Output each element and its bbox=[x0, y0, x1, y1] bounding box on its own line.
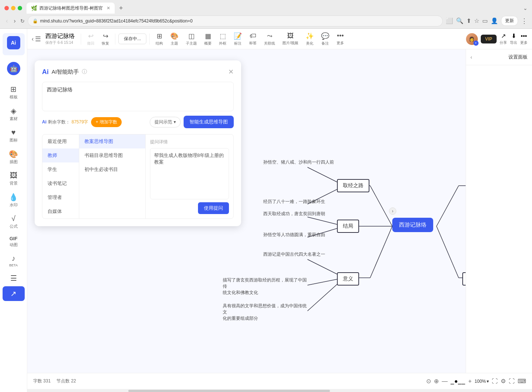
back-button[interactable]: ‹ bbox=[4, 16, 9, 26]
maximize-window-button[interactable] bbox=[18, 6, 22, 10]
ai-category-teacher[interactable]: 教师 bbox=[42, 148, 79, 162]
profile-icon[interactable]: 👤 bbox=[491, 17, 498, 24]
ai-use-prompt-button[interactable]: 使用提问 bbox=[198, 202, 229, 214]
node-qujing-success[interactable]: 西天取经成功，唐玄奘回到唐朝 bbox=[263, 211, 325, 217]
menu-button[interactable]: ☰ bbox=[35, 35, 41, 43]
sidebar-item-ai[interactable]: Ai bbox=[3, 33, 25, 55]
avatar-add-icon[interactable]: + bbox=[473, 41, 479, 46]
comment-button[interactable]: 💬 备注 bbox=[318, 31, 332, 48]
keyboard-button[interactable]: ⌨ bbox=[518, 378, 526, 385]
node-sidashu[interactable]: 西游记是中国古代四大名著之一 bbox=[263, 251, 325, 258]
sidebar-item-material[interactable]: ◈ 素材 bbox=[3, 104, 25, 125]
minimize-window-button[interactable] bbox=[11, 6, 15, 10]
ai-category-recent[interactable]: 最近使用 bbox=[42, 134, 79, 148]
ai-category-student[interactable]: 学生 bbox=[42, 162, 79, 176]
node-yiyi[interactable]: 意义 bbox=[337, 272, 359, 286]
ai-template-lesson[interactable]: 教案思维导图 bbox=[79, 134, 145, 148]
sidebar-item-music[interactable]: ♪ BETA bbox=[3, 251, 25, 270]
ai-input-field[interactable]: 西游记脉络 bbox=[42, 82, 234, 111]
node-wenxue[interactable]: 具有很高的文学和思想价值，成为中国传统文化的重要组成部分 bbox=[223, 303, 307, 322]
share-icon[interactable]: ⬆ bbox=[466, 17, 471, 24]
tag-button[interactable]: 🏷 标签 bbox=[246, 31, 260, 47]
tab-close-button[interactable]: ✕ bbox=[107, 6, 110, 11]
canvas-collapse-button[interactable]: › bbox=[389, 207, 396, 215]
node-miaoxi[interactable]: 描写了唐玄奘西游取经的历程，展现了中国传统文化和佛教文化 bbox=[223, 277, 307, 296]
ai-category-media[interactable]: 自媒体 bbox=[42, 204, 79, 218]
sidebar-item-list[interactable]: ☰ bbox=[3, 271, 25, 286]
refresh-button[interactable]: ↻ bbox=[20, 18, 25, 24]
canvas-area[interactable]: Ai AI智能助手 ⓘ ✕ 西游记脉络 Ai 剩余字数： 87579字 bbox=[27, 49, 466, 373]
user-avatar[interactable]: 👩 + bbox=[466, 33, 478, 45]
ai-template-booklist[interactable]: 初中生必读书目 bbox=[79, 162, 145, 176]
vip-button[interactable]: VIP bbox=[481, 35, 497, 43]
fullscreen-button[interactable]: ⛶ bbox=[509, 378, 515, 385]
tab-expand-icon[interactable]: ⌄ bbox=[523, 5, 528, 11]
ai-detail-content[interactable]: 帮我生成人教版物理8年级上册的教案 bbox=[150, 148, 229, 199]
update-button[interactable]: 更新 bbox=[501, 16, 518, 26]
sidebar-item-background[interactable]: 🖼 背景 bbox=[3, 168, 25, 189]
sidebar-item-template[interactable]: ⊞ 模板 bbox=[3, 82, 25, 103]
main-node[interactable]: 西游记脉络 bbox=[392, 218, 433, 232]
center-button[interactable]: ⊕ bbox=[434, 378, 439, 385]
ai-close-button[interactable]: ✕ bbox=[228, 68, 234, 76]
node-nannan[interactable]: 经历了八十一难，一路险象环生 bbox=[263, 199, 325, 205]
new-tab-button[interactable]: + bbox=[116, 3, 126, 14]
undo-button[interactable]: ↩ 撤回 bbox=[84, 31, 97, 48]
sidebar-item-robot[interactable]: 🤖 bbox=[3, 59, 25, 78]
fit-page-button[interactable]: ⛶ bbox=[492, 378, 498, 385]
node-siwuren[interactable]: 孙悟空、猪八戒、沙和尚一行四人前 bbox=[263, 159, 334, 165]
reader-icon[interactable]: ▭ bbox=[482, 17, 488, 24]
active-tab[interactable]: 🌿 西游记脉络树图思维导图-树图官 ✕ bbox=[27, 3, 115, 14]
sidebar-item-illustration[interactable]: 🎨 插图 bbox=[3, 147, 25, 168]
beautify-button[interactable]: ✨ 美化 bbox=[303, 31, 317, 48]
node-jieju[interactable]: 结局 bbox=[337, 220, 359, 233]
scrollbar-thumb[interactable] bbox=[128, 390, 330, 392]
save-button[interactable]: 保存中... bbox=[118, 34, 146, 44]
browser-more-button[interactable]: ⋮ bbox=[521, 17, 528, 25]
more-toolbar-button[interactable]: ••• 更多 bbox=[334, 31, 347, 47]
theme-button[interactable]: 🎨 主题 bbox=[167, 31, 181, 48]
redo-button[interactable]: ↪ 恢复 bbox=[99, 31, 112, 48]
node-story[interactable]: 主要故事情节 bbox=[462, 272, 466, 286]
export-toolbar-button[interactable]: ⬇ 导出 bbox=[510, 32, 517, 45]
sidebar-item-formula[interactable]: √ 公式 bbox=[3, 211, 25, 232]
sidebar-item-share[interactable]: ↗ bbox=[3, 286, 25, 301]
note-button[interactable]: 📝 标注 bbox=[231, 31, 245, 48]
ai-info-icon[interactable]: ⓘ bbox=[82, 69, 87, 75]
horizontal-scrollbar[interactable] bbox=[27, 390, 532, 392]
ai-generate-button[interactable]: 智能生成思维导图 bbox=[184, 116, 234, 128]
search-icon[interactable]: 🔍 bbox=[456, 17, 463, 24]
node-qujingzhilu[interactable]: 取经之路 bbox=[337, 179, 369, 192]
address-input[interactable]: 🔒 mind.shutu.cn/?works_guid=8836f2f2ad1c… bbox=[28, 15, 443, 27]
zoom-slider[interactable]: ⎯●⎯⎯ bbox=[451, 378, 465, 385]
forward-button[interactable]: › bbox=[12, 16, 17, 26]
right-panel-collapse-button[interactable]: ‹ bbox=[470, 54, 472, 60]
fit-view-button[interactable]: ⊙ bbox=[426, 378, 431, 385]
zoom-level-display[interactable]: 100% ▾ bbox=[474, 379, 489, 384]
zoom-in-button[interactable]: + bbox=[468, 378, 472, 385]
sidebar-item-watermark[interactable]: 💧 水印 bbox=[3, 190, 25, 211]
ai-category-manager[interactable]: 管理者 bbox=[42, 190, 79, 204]
relation-button[interactable]: ⤳ 关联线 bbox=[261, 31, 278, 48]
image-icon: 🖼 bbox=[287, 32, 294, 40]
cast-icon[interactable]: ⬜ bbox=[446, 17, 453, 24]
ai-template-catalog[interactable]: 书籍目录思维导图 bbox=[79, 148, 145, 162]
sidebar-item-gif[interactable]: GIF 动图 bbox=[3, 233, 25, 251]
ai-category-notes[interactable]: 读书笔记 bbox=[42, 176, 79, 190]
image-button[interactable]: 🖼 图片/视频 bbox=[279, 31, 301, 47]
close-window-button[interactable] bbox=[4, 6, 9, 10]
summary-button[interactable]: ▦ 概要 bbox=[201, 31, 215, 48]
node-sun-free[interactable]: 孙悟空等人功德圆满，重获自由 bbox=[263, 232, 325, 238]
share-toolbar-button[interactable]: ↗ 分享 bbox=[500, 32, 507, 45]
sidebar-item-icon[interactable]: ♥ 图标 bbox=[3, 125, 25, 146]
structure-button[interactable]: ⊞ 结构 bbox=[153, 31, 166, 48]
bookmark-icon[interactable]: ☆ bbox=[474, 17, 479, 24]
ai-add-characters-button[interactable]: + 增加字数 bbox=[91, 117, 121, 127]
ai-prompt-example-button[interactable]: 提问示范 ▾ bbox=[150, 117, 181, 127]
zoom-out-button[interactable]: — bbox=[442, 378, 448, 385]
back-to-home-button[interactable]: ‹ bbox=[32, 36, 34, 42]
more2-toolbar-button[interactable]: ••• 更多 bbox=[520, 33, 528, 45]
sub-theme-button[interactable]: ◫ 子主题 bbox=[183, 31, 200, 48]
border-button[interactable]: ⬚ 外框 bbox=[216, 31, 229, 48]
settings-bottom-button[interactable]: ⚙ bbox=[501, 378, 506, 385]
